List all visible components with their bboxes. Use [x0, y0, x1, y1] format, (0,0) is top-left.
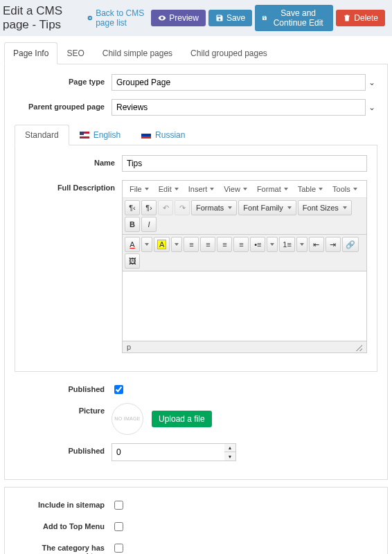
editor-bg-color-caret[interactable]	[171, 237, 182, 252]
editor-menu-view[interactable]: View	[220, 182, 251, 196]
editor-align-center-icon[interactable]: ≡	[200, 237, 215, 252]
tab-page-info[interactable]: Page Info	[4, 42, 57, 64]
flag-ru-icon	[141, 132, 151, 138]
visibility-panel: Include in sitemap Add to Top Menu The c…	[4, 487, 388, 554]
eye-icon	[158, 14, 166, 22]
editor-menu-table[interactable]: Table	[294, 182, 327, 196]
editor-toolbar-2: A A ≡ ≡ ≡ ≡ •≡	[123, 235, 366, 271]
editor-path: p	[127, 343, 131, 351]
editor-bg-color-icon[interactable]: A	[154, 237, 170, 252]
editor-bullet-list-caret[interactable]	[267, 237, 278, 252]
floppy-icon	[215, 14, 224, 22]
editor-numbered-list-caret[interactable]	[296, 237, 308, 252]
editor-font-family-select[interactable]: Font Family	[238, 200, 296, 215]
spinner-up-icon[interactable]: ▲	[224, 444, 235, 452]
tab-child-simple[interactable]: Child simple pages	[93, 42, 181, 64]
editor-numbered-list-icon[interactable]: 1≡	[279, 237, 295, 252]
editor-italic-icon[interactable]: I	[141, 217, 157, 232]
parent-grouped-select[interactable]: Reviews	[112, 99, 377, 116]
editor-align-left-icon[interactable]: ≡	[184, 237, 199, 252]
page-header: Edit a CMS page - Tips Back to CMS page …	[0, 0, 392, 36]
preview-button[interactable]: Preview	[151, 10, 206, 26]
editor-resize-handle[interactable]	[354, 343, 362, 351]
editor-ltr-icon[interactable]: ¶‹	[125, 200, 140, 215]
floppy-icon	[262, 14, 267, 22]
language-panel: Name Full Description File Edit Insert V…	[15, 145, 377, 372]
editor-formats-select[interactable]: Formats	[191, 200, 237, 215]
back-to-list-link[interactable]: Back to CMS page list	[87, 8, 148, 28]
editor-menu-edit[interactable]: Edit	[154, 182, 183, 196]
editor-menu-tools[interactable]: Tools	[328, 182, 362, 196]
trash-icon	[343, 14, 351, 22]
page-info-panel: Page type Grouped Page ⌄ Parent grouped …	[4, 64, 388, 480]
include-sitemap-checkbox[interactable]	[114, 501, 123, 510]
editor-menu-format[interactable]: Format	[253, 182, 292, 196]
editor-indent-icon[interactable]: ⇥	[326, 237, 341, 252]
editor-menu-insert[interactable]: Insert	[184, 182, 219, 196]
editor-redo-icon[interactable]: ↷	[175, 200, 190, 215]
add-top-menu-checkbox[interactable]	[114, 522, 123, 531]
editor-image-icon[interactable]: 🖼	[125, 253, 140, 269]
tab-child-grouped[interactable]: Child grouped pages	[181, 42, 276, 64]
spinner-down-icon[interactable]: ▼	[224, 452, 235, 461]
editor-align-justify-icon[interactable]: ≡	[233, 237, 249, 252]
published-number-input[interactable]	[112, 443, 224, 461]
published-number-label: Published	[15, 443, 112, 455]
upload-file-button[interactable]: Upload a file	[152, 411, 212, 427]
flag-us-icon	[80, 132, 89, 138]
editor-toolbar-1: ¶‹ ¶› ↶ ↷ Formats Font Family Font Sizes…	[123, 198, 366, 235]
personal-tree-checkbox[interactable]	[114, 544, 123, 553]
main-tabs: Page Info SEO Child simple pages Child g…	[4, 42, 388, 64]
name-input[interactable]	[122, 155, 367, 172]
content: Page Info SEO Child simple pages Child g…	[0, 36, 392, 554]
lang-tab-english[interactable]: English	[69, 125, 131, 145]
lang-tab-russian[interactable]: Russian	[131, 125, 195, 145]
page-type-label: Page type	[15, 74, 112, 86]
published-label: Published	[15, 382, 112, 393]
save-button[interactable]: Save	[208, 10, 252, 26]
arrow-circle-left-icon	[87, 14, 93, 22]
editor-undo-icon[interactable]: ↶	[158, 200, 173, 215]
editor-text-color-icon[interactable]: A	[125, 237, 140, 252]
name-label: Name	[25, 155, 122, 167]
editor-rtl-icon[interactable]: ¶›	[141, 200, 157, 215]
rich-text-editor: File Edit Insert View Format Table Tools…	[122, 180, 367, 353]
personal-tree-label: The category has personal tree	[15, 540, 112, 554]
page-type-select[interactable]: Grouped Page	[112, 74, 377, 91]
tab-seo[interactable]: SEO	[57, 42, 93, 64]
no-image-placeholder: NO IMAGE	[112, 403, 143, 435]
editor-menu-file[interactable]: File	[125, 182, 153, 196]
editor-outdent-icon[interactable]: ⇤	[309, 237, 324, 252]
editor-statusbar: p	[123, 341, 366, 352]
editor-menubar: File Edit Insert View Format Table Tools	[123, 181, 366, 198]
lang-tab-standard[interactable]: Standard	[15, 125, 69, 145]
published-checkbox[interactable]	[114, 385, 123, 394]
include-sitemap-label: Include in sitemap	[15, 497, 112, 509]
editor-text-color-caret[interactable]	[141, 237, 152, 252]
picture-label: Picture	[15, 403, 112, 415]
parent-grouped-label: Parent grouped page	[15, 99, 112, 111]
editor-bullet-list-icon[interactable]: •≡	[250, 237, 265, 252]
editor-link-icon[interactable]: 🔗	[342, 237, 359, 252]
editor-body[interactable]	[123, 271, 366, 341]
editor-align-right-icon[interactable]: ≡	[217, 237, 232, 252]
add-top-menu-label: Add to Top Menu	[15, 519, 112, 530]
page-title: Edit a CMS page - Tips	[3, 4, 82, 32]
language-tabs: Standard English Russian	[15, 124, 377, 145]
editor-font-sizes-select[interactable]: Font Sizes	[298, 200, 352, 215]
editor-bold-icon[interactable]: B	[125, 217, 140, 232]
save-continue-button[interactable]: Save and Continue Edit	[255, 5, 333, 31]
full-description-label: Full Description	[25, 180, 122, 192]
delete-button[interactable]: Delete	[336, 10, 385, 26]
